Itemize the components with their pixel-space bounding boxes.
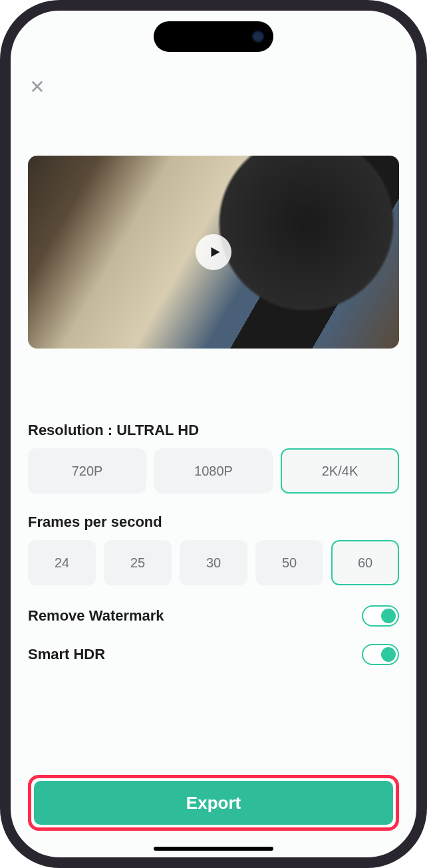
device-frame: Resolution : ULTRAL HD 720P 1080P 2K/4K … — [0, 0, 427, 868]
toggle-knob — [381, 647, 396, 662]
smart-hdr-label: Smart HDR — [28, 646, 105, 663]
play-icon — [208, 245, 222, 259]
smart-hdr-row: Smart HDR — [28, 644, 399, 665]
dynamic-island — [154, 21, 273, 52]
resolution-label: Resolution : ULTRAL HD — [28, 422, 399, 439]
fps-option-24[interactable]: 24 — [28, 540, 96, 585]
smart-hdr-toggle[interactable] — [362, 644, 399, 665]
front-camera-icon — [252, 31, 264, 43]
play-button[interactable] — [196, 234, 231, 270]
video-preview[interactable] — [28, 156, 399, 349]
resolution-option-1080p[interactable]: 1080P — [154, 448, 273, 494]
close-icon — [30, 79, 45, 94]
fps-label: Frames per second — [28, 513, 399, 531]
resolution-option-2k4k[interactable]: 2K/4K — [281, 448, 399, 494]
home-indicator[interactable] — [154, 847, 273, 851]
remove-watermark-label: Remove Watermark — [28, 607, 164, 625]
remove-watermark-toggle[interactable] — [362, 605, 399, 627]
spacer — [28, 349, 399, 422]
toggle-knob — [381, 609, 396, 623]
fps-option-30[interactable]: 30 — [180, 540, 247, 585]
fps-option-25[interactable]: 25 — [104, 540, 172, 585]
fps-option-60[interactable]: 60 — [331, 540, 399, 585]
close-button[interactable] — [28, 77, 47, 96]
export-button[interactable]: Export — [34, 781, 393, 825]
remove-watermark-row: Remove Watermark — [28, 605, 399, 627]
export-highlight-box: Export — [28, 775, 399, 831]
export-settings-screen: Resolution : ULTRAL HD 720P 1080P 2K/4K … — [11, 11, 416, 857]
fps-options: 24 25 30 50 60 — [28, 540, 399, 585]
resolution-options: 720P 1080P 2K/4K — [28, 448, 399, 494]
fps-option-50[interactable]: 50 — [255, 540, 323, 585]
resolution-option-720p[interactable]: 720P — [28, 448, 146, 494]
